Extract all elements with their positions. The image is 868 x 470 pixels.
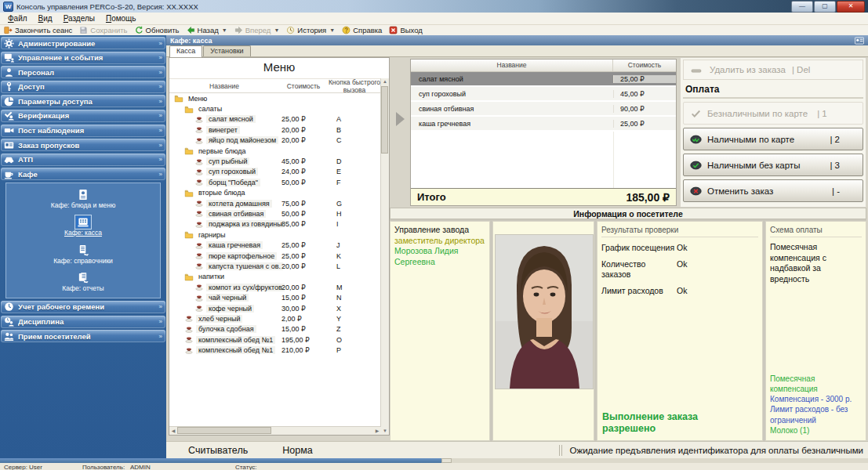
scroll-thumb[interactable] <box>381 86 388 154</box>
order-item-price: 90,00 ₽ <box>613 105 676 113</box>
sidebar-item-camera[interactable]: Пост наблюдения» <box>1 125 165 137</box>
order-row[interactable]: салат мясной25,00 ₽ <box>411 72 676 87</box>
chevron-icon: » <box>159 142 162 149</box>
menu-tree-row[interactable]: хлеб черный2,00 ₽Y <box>172 313 380 324</box>
toolbar-end-session-button[interactable]: Закончить сеанс <box>4 26 72 34</box>
menu-tree-row[interactable]: гарниры <box>172 230 380 240</box>
dish-hotkey: P <box>336 346 341 354</box>
cafe-subitem-cash-register[interactable]: Кафе: касса <box>64 216 102 237</box>
order-row[interactable]: свиная отбивная90,00 ₽ <box>411 102 676 117</box>
menu-tree-row[interactable]: компот из сух/фруктов20,00 ₽M <box>172 282 380 292</box>
dropdown-arrow-icon[interactable]: ▼ <box>329 27 335 33</box>
user-value: ADMIN <box>130 464 151 470</box>
minimize-button-icon[interactable]: — <box>791 1 813 13</box>
splitter-expand-icon[interactable] <box>396 112 405 126</box>
menubar-item-1[interactable]: Файл <box>2 14 33 23</box>
dish-price: 20,00 ₽ <box>281 284 325 291</box>
sidebar-item-badge[interactable]: Заказ пропусков» <box>1 139 165 151</box>
sidebar-item-clock[interactable]: Учет рабочего времени» <box>1 301 165 313</box>
cafe-subitem-dishes-menu[interactable]: Кафе: блюда и меню <box>51 189 116 209</box>
sidebar-item-visitors[interactable]: Прием посетителей» <box>1 330 165 342</box>
menu-tree-row[interactable]: пюре картофельное25,00 ₽K <box>172 251 380 261</box>
dish-icon <box>194 199 204 208</box>
menu-tree-row[interactable]: яйцо под майонезом20,00 ₽C <box>172 136 380 146</box>
sidebar-item-verify[interactable]: Верификация» <box>1 110 165 122</box>
remove-from-order-button[interactable]: Удалить из заказа | Del <box>683 60 863 80</box>
sidebar-item-car[interactable]: АТП» <box>1 154 165 166</box>
scroll-left-icon[interactable]: ◀ <box>170 428 176 435</box>
menubar-item-4[interactable]: Помощь <box>100 14 142 23</box>
tab-ustanovki[interactable]: Установки <box>203 45 250 56</box>
menu-tree-row[interactable]: комплексный обед №1210,00 ₽P <box>172 345 380 355</box>
dish-price: 75,00 ₽ <box>281 200 325 208</box>
payment-button-check-green[interactable]: Наличными без карты| 3 <box>683 154 863 176</box>
sidebar-item-gear[interactable]: Администрирование» <box>1 37 165 49</box>
menu-vertical-scrollbar[interactable]: ▲ ▼ <box>380 78 389 435</box>
dropdown-arrow-icon[interactable]: ▼ <box>222 27 227 33</box>
dish-name: винегрет <box>206 126 240 134</box>
sidebar-item-discipline[interactable]: Дисциплина» <box>1 316 165 328</box>
menu-tree-row[interactable]: каша гречневая25,00 ₽J <box>172 240 380 250</box>
toolbar-refresh-button[interactable]: Обновить <box>135 26 180 34</box>
menu-tree-row[interactable]: борщ "Победа"50,00 ₽F <box>172 177 380 187</box>
menubar-item-2[interactable]: Вид <box>33 14 58 23</box>
menu-tree-row[interactable]: суп гороховый24,00 ₽E <box>172 167 380 177</box>
payment-scheme-details: Помесячная компенсацияКомпенсация - 3000… <box>770 374 860 436</box>
sidebar-item-monitor[interactable]: Управление и события» <box>1 52 165 64</box>
toolbar-back-button[interactable]: Назад▼ <box>187 26 227 34</box>
pie-icon <box>4 96 14 107</box>
toolbar-history-button[interactable]: История▼ <box>286 26 335 34</box>
section-card-icon <box>855 37 864 45</box>
scroll-thumb[interactable] <box>0 458 441 463</box>
cafe-subitem-reference[interactable]: Кафе: справочники <box>53 244 113 265</box>
sidebar-item-cup[interactable]: Кафе» <box>1 168 165 180</box>
payment-header: Оплата <box>683 80 863 99</box>
toolbar-forward-button: Вперед▼ <box>234 26 280 34</box>
menu-tree-row[interactable]: булочка сдобная15,00 ₽Z <box>172 324 380 334</box>
menu-horizontal-scrollbar[interactable]: ◀ ▶ <box>169 426 381 435</box>
menu-tree-row[interactable]: Меню <box>172 93 380 103</box>
menu-tree-row[interactable]: свиная отбивная50,00 ₽H <box>172 208 380 219</box>
menubar-item-3[interactable]: Разделы <box>58 14 100 23</box>
toolbar-help-button[interactable]: Справка <box>342 26 382 34</box>
close-button-icon[interactable]: ✕ <box>837 1 865 13</box>
dish-icon <box>194 209 204 218</box>
toolbar-exit-button[interactable]: Выход <box>389 26 422 34</box>
scroll-down-icon[interactable]: ▼ <box>382 428 388 435</box>
maximize-button-icon[interactable]: ▢ <box>814 1 836 13</box>
remove-label: Удалить из заказа <box>710 65 786 74</box>
scroll-right-icon[interactable]: ▶ <box>374 428 380 435</box>
menu-tree-row[interactable]: вторые блюда <box>172 188 380 198</box>
payment-button-hotkey: | 3 <box>830 161 857 170</box>
menu-tree-row[interactable]: поджарка из говядины85,00 ₽I <box>172 219 380 230</box>
menu-tree-row[interactable]: салат мясной25,00 ₽A <box>172 114 380 125</box>
dropdown-arrow-icon[interactable]: ▼ <box>274 27 279 33</box>
dish-icon <box>194 294 204 302</box>
window-horizontal-scrollbar[interactable] <box>0 458 868 463</box>
menu-tree-row[interactable]: суп рыбный45,00 ₽D <box>172 156 380 166</box>
scroll-thumb[interactable] <box>177 427 271 434</box>
tab-kassa[interactable]: Касса <box>169 45 202 57</box>
sidebar-item-key[interactable]: Доступ» <box>1 81 165 93</box>
menu-tree-row[interactable]: первые блюда <box>172 146 380 156</box>
cafe-subitem-reports[interactable]: Кафе: отчеты <box>62 272 104 292</box>
menu-tree-row[interactable]: салаты <box>172 103 380 114</box>
menu-tree-row[interactable]: винегрет20,00 ₽B <box>172 125 380 135</box>
menu-tree-row[interactable]: кофе черный30,00 ₽X <box>172 303 380 313</box>
order-row[interactable]: каша гречневая25,00 ₽ <box>411 117 676 132</box>
menu-tree-row[interactable]: котлета домашняя75,00 ₽G <box>172 198 380 208</box>
sidebar-item-pie[interactable]: Параметры доступа» <box>1 95 165 107</box>
menu-tree-row[interactable]: чай черный15,00 ₽N <box>172 292 380 302</box>
dish-hotkey: G <box>336 200 342 208</box>
order-row[interactable]: суп гороховый45,00 ₽ <box>411 87 676 102</box>
payment-button-cancel-red[interactable]: Отменить заказ| - <box>683 179 863 202</box>
order-item-price: 25,00 ₽ <box>613 75 676 83</box>
folder-icon <box>184 189 194 197</box>
menu-tree-row[interactable]: комплексный обед №1195,00 ₽O <box>172 334 380 345</box>
sidebar-item-person[interactable]: Персонал» <box>1 66 165 78</box>
scroll-up-icon[interactable]: ▲ <box>382 78 388 85</box>
menu-tree-row[interactable]: напитки <box>172 272 380 282</box>
payment-button-double-check-green[interactable]: Наличными по карте| 2 <box>683 128 863 150</box>
scroll-grip[interactable] <box>441 458 452 463</box>
menu-tree-row[interactable]: капуста тушеная с ов.20,00 ₽L <box>172 261 380 271</box>
